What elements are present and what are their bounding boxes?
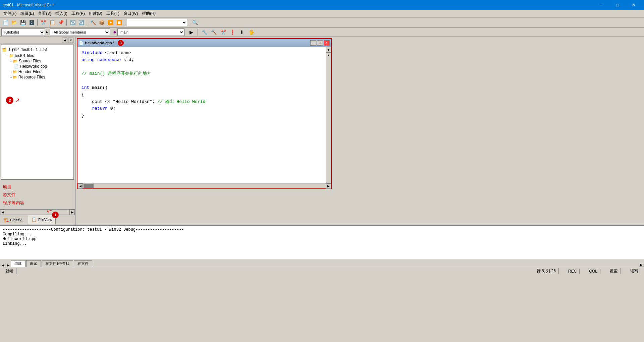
tree-workspace[interactable]: 🗂️ 工作区 'test01': 1 工程 (1, 47, 73, 53)
editor-restore-btn[interactable]: □ (317, 40, 323, 46)
menu-help[interactable]: 帮助(H) (140, 10, 158, 17)
tab-fileview[interactable]: 📋 FileView 1 ↙ (28, 215, 56, 225)
minus-icon2: ─ (10, 59, 12, 63)
scroll-down-btn[interactable]: ▼ (326, 52, 331, 58)
cut-button[interactable]: ✂️ (39, 18, 47, 26)
save-all-button[interactable]: 🗄️ (28, 18, 36, 26)
sep5 (189, 19, 189, 26)
resourcefiles-icon: 📂 (13, 75, 17, 79)
badge-1: 1 (52, 212, 59, 218)
tab-find-in-file1[interactable]: 在文件1中查找 (42, 260, 73, 267)
annotation-line3: 程序等内容 (3, 199, 72, 207)
sidebar-tree[interactable]: 🗂️ 工作区 'test01': 1 工程 ─ 📁 test01 files ─… (1, 45, 74, 180)
badge-3: 3 (118, 40, 124, 46)
editor-scroll-left[interactable]: ◀ (77, 183, 83, 189)
editor-scroll-right[interactable]: ▶ (326, 183, 331, 189)
scroll-right-btn[interactable]: ▶ (69, 210, 75, 215)
sidebar-hscrollbar[interactable]: ◀ ▶ (0, 209, 75, 215)
build-config-dropdown[interactable] (127, 19, 187, 26)
test01files-icon: 📁 (9, 54, 14, 58)
menu-view[interactable]: 查看(V) (36, 10, 53, 17)
sidebar: ◀ ✕ 🗂️ 工作区 'test01': 1 工程 ─ 📁 test01 fil… (0, 37, 75, 225)
tab-classview[interactable]: 🏗️ ClassV... (0, 215, 28, 225)
scroll-left-btn[interactable]: ◀ (0, 210, 5, 215)
menu-edit[interactable]: 编辑(E) (18, 10, 36, 17)
build3-button[interactable]: ▶️ (106, 18, 114, 26)
members-dropdown[interactable]: [All global members] (50, 28, 110, 36)
scroll-left-tab[interactable]: ◀ (0, 264, 5, 267)
globals-dropdown[interactable]: [Globals] (1, 28, 45, 36)
build1-button[interactable]: 🔨 (89, 18, 97, 26)
code-line-blank2 (82, 77, 322, 84)
new-button[interactable]: 📄 (1, 18, 9, 26)
classview-icon: 🏗️ (3, 217, 9, 222)
output-line-2: Compiling... (3, 232, 641, 237)
save-button[interactable]: 💾 (19, 18, 27, 26)
status-ready: 就绪 (3, 268, 16, 274)
menu-tools[interactable]: 工具(T) (104, 10, 121, 17)
sep2 (66, 19, 67, 26)
maximize-button[interactable]: □ (610, 0, 625, 10)
menu-project[interactable]: 工程(P) (69, 10, 87, 17)
build2-button[interactable]: 📦 (98, 18, 106, 26)
file-icon: 📄 (79, 41, 84, 45)
scroll-right-tab[interactable]: ▶ (5, 264, 11, 267)
tree-resourcefiles[interactable]: + 📂 Resource Files (1, 74, 73, 80)
sidebar-minimize-btn[interactable]: ◀ (62, 38, 67, 43)
function-dropdown[interactable]: main (117, 28, 184, 36)
plus-icon2: + (10, 75, 12, 79)
build4-button[interactable]: ⏹️ (115, 18, 123, 26)
nav-go-button[interactable]: ▶ (187, 28, 195, 36)
output-line-4: Linking... (3, 241, 641, 246)
status-rec: REC (566, 269, 580, 274)
editor-vscrollbar[interactable]: ▲ ▼ (326, 47, 331, 183)
menu-file[interactable]: 文件(F) (1, 10, 18, 17)
nav-btn3[interactable]: ✂️ (219, 28, 227, 36)
code-line-1: #include <iostream> (82, 50, 322, 57)
menu-build[interactable]: 组建(B) (87, 10, 104, 17)
menu-insert[interactable]: 插入(I) (53, 10, 69, 17)
close-button[interactable]: ✕ (626, 0, 641, 10)
code-line-blank1 (82, 64, 322, 71)
redo-button[interactable]: ↪️ (77, 18, 85, 26)
window-controls: ─ □ ✕ (594, 0, 641, 10)
tab-build[interactable]: 组建 (11, 260, 25, 267)
code-line-5: { (82, 92, 322, 99)
editor-body[interactable]: #include <iostream> using namespace std;… (77, 47, 326, 183)
paste-button[interactable]: 📌 (57, 18, 65, 26)
open-button[interactable]: 📂 (10, 18, 18, 26)
editor-minimize-btn[interactable]: ─ (310, 40, 316, 46)
scroll-up-btn[interactable]: ▲ (326, 47, 331, 52)
tab-debug[interactable]: 调试 (26, 260, 41, 267)
undo-button[interactable]: ↩️ (68, 18, 76, 26)
tree-headerfiles[interactable]: + 📂 Header Files (1, 69, 73, 74)
editor-close-btn[interactable]: ✕ (324, 40, 330, 46)
badge-2: 2 (6, 97, 13, 104)
editor-title: 📄 HelloWorld.cpp * 3 (79, 40, 124, 46)
search-button[interactable]: 🔍 (191, 18, 199, 26)
scroll-track[interactable] (5, 210, 69, 215)
menu-window[interactable]: 窗口(W) (121, 10, 140, 17)
copy-button[interactable]: 📋 (48, 18, 56, 26)
workspace-icon: 🗂️ (2, 48, 7, 52)
editor-hscrollbar[interactable]: ◀ ▶ (77, 183, 331, 188)
scroll-tab-btn[interactable]: ▶ (639, 263, 644, 267)
sidebar-header: ◀ ✕ (0, 37, 75, 44)
sidebar-close-btn[interactable]: ✕ (68, 38, 73, 43)
helloworld-label: HelloWorld.cpp (20, 64, 47, 69)
nav-btn4[interactable]: ❗ (228, 28, 236, 36)
minimize-button[interactable]: ─ (594, 0, 609, 10)
tree-test01files[interactable]: ─ 📁 test01 files (1, 53, 73, 58)
tree-sourcefiles[interactable]: ─ 📂 Source Files (1, 58, 73, 64)
tab-find-in-files[interactable]: 在文件 (74, 260, 92, 267)
editor-scroll-track[interactable] (94, 183, 326, 188)
sourcefiles-icon: 📂 (13, 59, 18, 63)
tree-helloworld[interactable]: 📄 HelloWorld.cpp (1, 64, 73, 69)
plus-icon: + (10, 70, 12, 74)
nav-btn6[interactable]: 🖐 (247, 28, 255, 36)
nav-btn5[interactable]: ⬇ (238, 28, 246, 36)
editor-title-bar: 📄 HelloWorld.cpp * 3 ─ □ ✕ (77, 39, 331, 47)
nav-btn2[interactable]: 🔨 (210, 28, 218, 36)
nav-btn1[interactable]: 🔧 (200, 28, 208, 36)
output-content: --------------------Configuration: test0… (0, 225, 644, 259)
